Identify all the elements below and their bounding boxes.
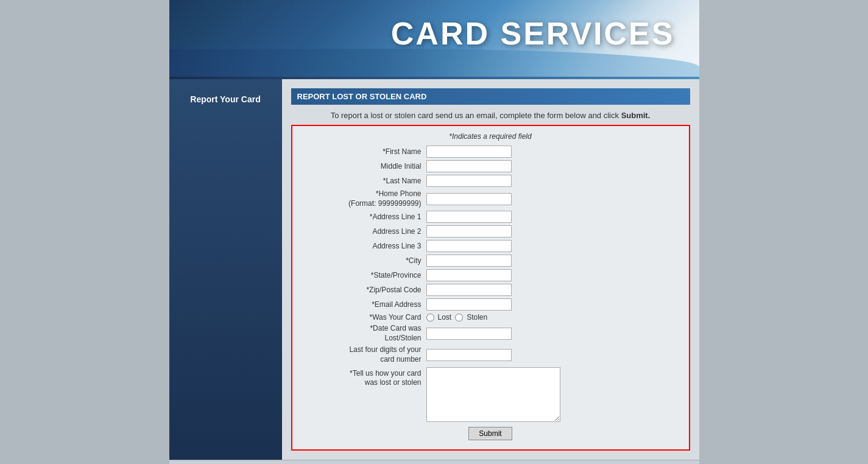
zip-label: *Zip/Postal Code xyxy=(305,286,426,294)
address1-row: *Address Line 1 xyxy=(305,211,677,223)
main-layout: Report Your Card REPORT LOST OR STOLEN C… xyxy=(169,79,699,460)
last-four-input[interactable] xyxy=(426,349,512,361)
intro-text-regular: To report a lost or stolen card send us … xyxy=(331,111,619,120)
card-status-radio-group: Lost Stolen xyxy=(426,313,488,322)
address1-label: *Address Line 1 xyxy=(305,213,426,221)
address1-input[interactable] xyxy=(426,211,512,223)
story-textarea[interactable] xyxy=(426,367,560,422)
state-label: *State/Province xyxy=(305,271,426,279)
middle-initial-input[interactable] xyxy=(426,160,512,172)
last-four-label: Last four digits of yourcard number xyxy=(305,345,426,364)
city-input[interactable] xyxy=(426,255,512,267)
story-row: *Tell us how your cardwas lost or stolen xyxy=(305,367,677,422)
home-phone-input[interactable] xyxy=(426,193,512,205)
intro-text-bold: Submit. xyxy=(621,111,651,120)
date-lost-input[interactable] xyxy=(426,328,512,340)
middle-initial-label: Middle Initial xyxy=(305,162,426,170)
submit-button[interactable]: Submit xyxy=(468,427,512,440)
home-phone-row: *Home Phone(Format: 9999999999) xyxy=(305,189,677,208)
required-note: *Indicates a required field xyxy=(305,132,677,141)
page-title: REPORT LOST OR STOLEN CARD xyxy=(291,88,690,105)
first-name-row: *First Name xyxy=(305,146,677,158)
address3-row: Address Line 3 xyxy=(305,240,677,252)
outer-wrapper: CARD SERVICES Report Your Card REPORT LO… xyxy=(169,0,699,464)
address2-input[interactable] xyxy=(426,225,512,237)
lost-label: Lost xyxy=(438,313,452,322)
zip-row: *Zip/Postal Code xyxy=(305,284,677,296)
intro-text: To report a lost or stolen card send us … xyxy=(291,111,690,120)
main-content: REPORT LOST OR STOLEN CARD To report a l… xyxy=(282,79,699,460)
last-name-row: *Last Name xyxy=(305,175,677,187)
stolen-radio[interactable] xyxy=(455,314,463,322)
address3-label: Address Line 3 xyxy=(305,242,426,250)
date-lost-label: *Date Card wasLost/Stolen xyxy=(305,324,426,343)
first-name-input[interactable] xyxy=(426,146,512,158)
card-status-row: *Was Your Card Lost Stolen xyxy=(305,313,677,322)
state-input[interactable] xyxy=(426,269,512,281)
footer: If you have problems with this site, ple… xyxy=(169,460,699,464)
card-status-label: *Was Your Card xyxy=(305,313,426,322)
header-line xyxy=(169,77,699,79)
home-phone-label: *Home Phone(Format: 9999999999) xyxy=(305,189,426,208)
sidebar-item-report[interactable]: Report Your Card xyxy=(175,91,276,107)
middle-initial-row: Middle Initial xyxy=(305,160,677,172)
city-row: *City xyxy=(305,255,677,267)
address2-label: Address Line 2 xyxy=(305,227,426,236)
last-name-input[interactable] xyxy=(426,175,512,187)
first-name-label: *First Name xyxy=(305,147,426,156)
state-row: *State/Province xyxy=(305,269,677,281)
sidebar: Report Your Card xyxy=(169,79,282,460)
email-input[interactable] xyxy=(426,298,512,311)
header: CARD SERVICES xyxy=(169,0,699,79)
last-four-row: Last four digits of yourcard number xyxy=(305,345,677,364)
submit-row: Submit xyxy=(305,427,677,440)
story-label: *Tell us how your cardwas lost or stolen xyxy=(305,367,426,388)
form-container: *Indicates a required field *First Name … xyxy=(291,125,690,451)
email-row: *Email Address xyxy=(305,298,677,311)
address2-row: Address Line 2 xyxy=(305,225,677,237)
zip-input[interactable] xyxy=(426,284,512,296)
last-name-label: *Last Name xyxy=(305,177,426,185)
stolen-label: Stolen xyxy=(467,313,487,322)
lost-radio[interactable] xyxy=(426,314,434,322)
header-title: CARD SERVICES xyxy=(391,15,675,52)
email-label: *Email Address xyxy=(305,300,426,309)
city-label: *City xyxy=(305,256,426,265)
date-lost-row: *Date Card wasLost/Stolen xyxy=(305,324,677,343)
header-swoosh xyxy=(169,49,699,79)
address3-input[interactable] xyxy=(426,240,512,252)
